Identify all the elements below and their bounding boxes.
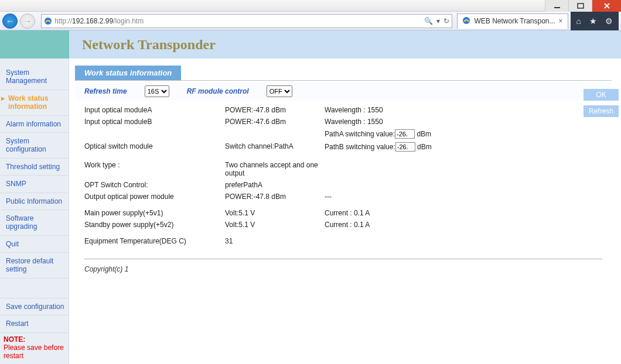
dropdown-icon[interactable]: ▾ <box>436 17 440 25</box>
window-maximize-button[interactable] <box>568 0 592 12</box>
favorites-icon[interactable]: ★ <box>589 16 597 26</box>
svg-rect-0 <box>554 7 560 8</box>
input-a-power: POWER:-47.8 dBm <box>225 106 325 114</box>
input-b-power: POWER:-47.6 dBm <box>225 118 325 126</box>
ie-icon <box>462 16 470 26</box>
sidebar-item-threshold-setting[interactable]: Threshold setting <box>0 159 69 176</box>
work-type-label: Work type : <box>84 161 225 177</box>
opt-switch-control-label: OPT Switch Control: <box>84 181 225 189</box>
page-title: Network Transponder <box>82 37 216 53</box>
sidebar-item-restart[interactable]: Restart <box>0 315 69 332</box>
window-close-button[interactable] <box>592 0 621 12</box>
output-power-label: Output optical power module <box>84 193 225 201</box>
tab-title: WEB Network Transpon... <box>474 17 555 25</box>
input-b-wavelength: Wavelength : 1550 <box>325 118 602 126</box>
standby-ps-volt: Volt:5.1 V <box>225 221 325 229</box>
page-header: Network Transponder <box>69 30 621 59</box>
control-bar: Refresh time 16S RF module control OFF <box>75 82 612 101</box>
sidebar-item-snmp[interactable]: SNMP <box>0 176 69 193</box>
url-text: http://192.168.2.99/login.htm <box>54 17 422 25</box>
input-a-label: Input optical moduleA <box>84 106 225 114</box>
standby-ps-current: Current : 0.1 A <box>325 221 602 229</box>
browser-toolbar: ← → http://192.168.2.99/login.htm 🔍 ▾ ↻ … <box>0 12 621 30</box>
svg-rect-1 <box>578 4 584 8</box>
sidebar: System Management Work status informatio… <box>0 59 69 364</box>
sidebar-item-system-configuration[interactable]: System configuration <box>0 133 69 159</box>
sidebar-item-quit[interactable]: Quit <box>0 236 69 253</box>
refresh-time-label: Refresh time <box>84 87 127 95</box>
status-grid: Input optical moduleAPOWER:-47.8 dBmWave… <box>75 101 612 250</box>
header-accent <box>0 30 69 59</box>
window-minimize-button[interactable] <box>545 0 568 12</box>
nav-back-button[interactable]: ← <box>2 13 18 29</box>
reload-icon[interactable]: ↻ <box>443 17 449 25</box>
work-type-value: Two channels accept and one output <box>225 161 325 177</box>
sidebar-item-system-management[interactable]: System Management <box>0 64 69 90</box>
copyright-text: Copyright(c) 1 <box>75 263 612 276</box>
output-power-value: POWER:-47.8 dBm <box>225 193 325 201</box>
settings-gear-icon[interactable]: ⚙ <box>605 16 613 26</box>
optical-switch-label: Optical switch module <box>84 142 225 152</box>
sidebar-note-title: NOTE: <box>0 333 69 344</box>
sidebar-note-text: Please save before restart <box>0 344 69 363</box>
input-a-wavelength: Wavelength : 1550 <box>325 106 602 114</box>
address-bar[interactable]: http://192.168.2.99/login.htm 🔍 ▾ ↻ <box>41 14 452 28</box>
standby-ps-label: Standby power supply(+5v2) <box>84 221 225 229</box>
content-area: Work status information Refresh time 16S… <box>69 59 621 364</box>
patha-unit: dBm <box>417 130 431 138</box>
sidebar-item-work-status[interactable]: Work status information <box>0 90 69 116</box>
main-ps-current: Current : 0.1 A <box>325 209 602 217</box>
window-titlebar <box>0 0 621 12</box>
sidebar-item-public-information[interactable]: Public Information <box>0 193 69 210</box>
rf-module-label: RF module control <box>187 87 249 95</box>
ok-button[interactable]: OK <box>584 89 619 101</box>
browser-tab[interactable]: WEB Network Transpon... × <box>457 13 568 29</box>
pathb-value-input[interactable] <box>395 142 415 152</box>
optical-switch-value: Switch channel:PathA <box>225 142 325 152</box>
home-icon[interactable]: ⌂ <box>576 16 581 26</box>
patha-label: PathA switching value: <box>325 130 395 138</box>
opt-switch-control-value: preferPathA <box>225 181 325 189</box>
content-subnav: Work status information <box>75 66 612 81</box>
nav-forward-button[interactable]: → <box>20 13 35 29</box>
input-b-label: Input optical moduleB <box>84 118 225 126</box>
temperature-label: Equipment Temperature(DEG C) <box>84 237 225 245</box>
tab-close-icon[interactable]: × <box>559 17 563 25</box>
rf-module-select[interactable]: OFF <box>267 85 292 97</box>
pathb-unit: dBm <box>417 143 432 151</box>
browser-right-controls: ⌂ ★ ⚙ <box>571 12 619 30</box>
patha-value-input[interactable] <box>395 129 415 139</box>
pathb-label: PathB switching value: <box>325 143 395 151</box>
temperature-value: 31 <box>225 237 325 245</box>
refresh-button[interactable]: Refresh <box>584 105 619 117</box>
action-buttons: OK Refresh <box>584 89 619 117</box>
divider <box>84 259 602 259</box>
sidebar-item-save-configuration[interactable]: Save configuration <box>0 298 69 315</box>
ie-icon <box>44 17 52 25</box>
sidebar-item-alarm-information[interactable]: Alarm information <box>0 116 69 133</box>
sidebar-item-restore-default[interactable]: Restore default setting <box>0 253 69 279</box>
main-ps-label: Main power supply(+5v1) <box>84 209 225 217</box>
sidebar-item-software-upgrading[interactable]: Software upgrading <box>0 210 69 236</box>
output-power-extra: --- <box>325 193 602 201</box>
main-ps-volt: Volt:5.1 V <box>225 209 325 217</box>
refresh-time-select[interactable]: 16S <box>145 85 169 97</box>
subnav-active-tab[interactable]: Work status information <box>75 66 181 80</box>
search-icon[interactable]: 🔍 <box>424 17 433 25</box>
